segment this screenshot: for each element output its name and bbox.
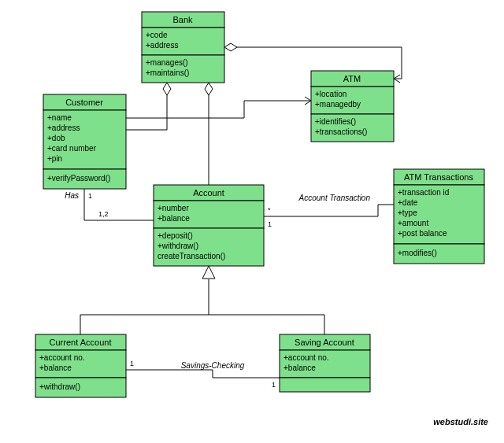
svg-text:1: 1 bbox=[268, 220, 272, 228]
svg-text:+address: +address bbox=[47, 124, 80, 132]
svg-text:Savings-Checking: Savings-Checking bbox=[181, 361, 245, 370]
connector-customer-atm bbox=[126, 97, 311, 118]
svg-marker-60 bbox=[202, 266, 215, 279]
svg-text:+pin: +pin bbox=[47, 154, 62, 163]
svg-text:+number: +number bbox=[158, 204, 189, 212]
class-atm-transactions: ATM Transactions +transaction id +date +… bbox=[394, 169, 484, 264]
svg-text:+identifies(): +identifies() bbox=[315, 117, 356, 126]
atm-title: ATM bbox=[343, 74, 361, 83]
uml-class-diagram: Bank +code +address +manages() +maintain… bbox=[0, 0, 504, 443]
bank-title: Bank bbox=[172, 15, 193, 24]
connector-customer-account: Has 1 1,2 bbox=[65, 189, 154, 220]
svg-text:+address: +address bbox=[146, 41, 178, 50]
svg-text:+location: +location bbox=[315, 90, 346, 98]
svg-text:+manages(): +manages() bbox=[146, 58, 188, 67]
svg-text:1: 1 bbox=[272, 381, 276, 389]
svg-text:+verifyPassword(): +verifyPassword() bbox=[47, 174, 110, 183]
svg-text:+withdraw(): +withdraw() bbox=[158, 242, 198, 250]
svg-text:1: 1 bbox=[88, 192, 92, 200]
saving-title: Saving Account bbox=[295, 338, 354, 347]
svg-text:+transactions(): +transactions() bbox=[315, 127, 367, 136]
svg-marker-51 bbox=[224, 43, 237, 51]
svg-text:1: 1 bbox=[130, 360, 134, 367]
class-customer: Customer +name +address +dob +card numbe… bbox=[43, 94, 126, 189]
svg-text:+balance: +balance bbox=[158, 214, 190, 223]
svg-text:+managedby: +managedby bbox=[315, 100, 361, 109]
svg-text:+maintains(): +maintains() bbox=[146, 68, 189, 77]
connector-bank-account bbox=[205, 83, 213, 185]
connector-bank-customer bbox=[126, 83, 171, 130]
svg-marker-53 bbox=[163, 83, 171, 95]
customer-title: Customer bbox=[65, 98, 103, 107]
svg-text:+withdraw(): +withdraw() bbox=[39, 382, 80, 391]
class-current-account: Current Account +account no. +balance +w… bbox=[35, 334, 126, 397]
svg-text:+dob: +dob bbox=[47, 134, 65, 142]
svg-rect-50 bbox=[280, 378, 370, 392]
svg-text:+modifies(): +modifies() bbox=[398, 249, 437, 257]
svg-text:+transaction id: +transaction id bbox=[398, 188, 449, 197]
svg-marker-52 bbox=[205, 83, 213, 95]
svg-text:+post balance: +post balance bbox=[398, 229, 447, 238]
watermark: webstudi.site bbox=[433, 417, 488, 426]
connector-account-atmtrans: * 1 Account Transaction bbox=[264, 194, 394, 228]
svg-text:+name: +name bbox=[47, 113, 72, 122]
class-saving-account: Saving Account +account no. +balance bbox=[280, 334, 370, 392]
svg-text:+account no.: +account no. bbox=[284, 353, 329, 362]
svg-text:+amount: +amount bbox=[398, 219, 428, 227]
svg-text:+balance: +balance bbox=[39, 364, 72, 372]
class-account: Account +number +balance +deposit() +wit… bbox=[154, 185, 264, 266]
svg-text:Account Transaction: Account Transaction bbox=[298, 194, 371, 202]
svg-text:*: * bbox=[268, 206, 271, 214]
svg-text:+account no.: +account no. bbox=[39, 353, 85, 362]
svg-text:+type: +type bbox=[398, 209, 417, 217]
svg-text:+code: +code bbox=[146, 31, 168, 39]
svg-text:Has: Has bbox=[65, 191, 79, 200]
connector-generalization bbox=[80, 266, 324, 334]
svg-text:+deposit(): +deposit() bbox=[158, 231, 193, 240]
atm-trans-title: ATM Transactions bbox=[404, 172, 473, 182]
class-bank: Bank +code +address +manages() +maintain… bbox=[142, 12, 224, 83]
connector-savings-checking: 1 1 Savings-Checking bbox=[126, 360, 280, 389]
svg-text:+date: +date bbox=[398, 198, 418, 207]
svg-text:createTransaction(): createTransaction() bbox=[158, 252, 225, 260]
account-title: Account bbox=[193, 188, 224, 198]
class-atm: ATM +location +managedby +identifies() +… bbox=[311, 71, 394, 142]
svg-text:+balance: +balance bbox=[284, 364, 316, 372]
svg-text:+card number: +card number bbox=[47, 144, 97, 153]
current-title: Current Account bbox=[50, 338, 112, 347]
svg-text:1,2: 1,2 bbox=[98, 210, 109, 218]
